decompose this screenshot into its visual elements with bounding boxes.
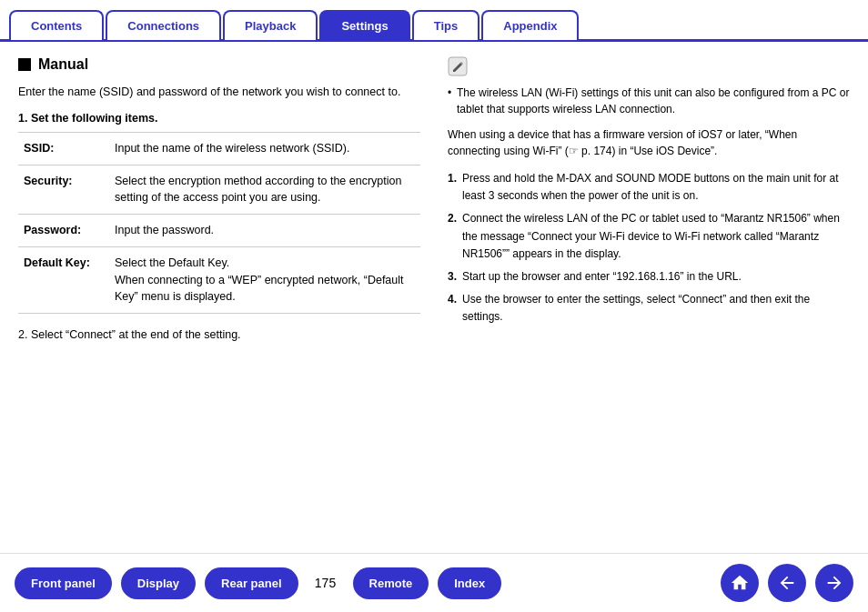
table-value: Input the name of the wireless network (…: [109, 132, 420, 165]
bottom-bar: Front panel Display Rear panel 175 Remot…: [0, 553, 868, 612]
step-text: Use the browser to enter the settings, s…: [462, 293, 810, 323]
main-content: Manual Enter the name (SSID) and passwor…: [0, 42, 868, 553]
tab-appendix[interactable]: Appendix: [481, 10, 579, 40]
note-bullet: The wireless LAN (Wi-Fi) settings of thi…: [448, 85, 850, 117]
tab-connections[interactable]: Connections: [106, 10, 221, 40]
forward-button[interactable]: [815, 564, 853, 602]
table-row: SSID:Input the name of the wireless netw…: [18, 132, 420, 165]
section-title: Manual: [18, 56, 420, 73]
step-number: 3.: [448, 268, 457, 286]
table-key: Password:: [18, 215, 109, 247]
tab-playback[interactable]: Playback: [223, 10, 318, 40]
left-column: Manual Enter the name (SSID) and passwor…: [18, 56, 420, 544]
top-nav: Contents Connections Playback Settings T…: [0, 0, 868, 42]
display-button[interactable]: Display: [121, 567, 196, 599]
right-column: The wireless LAN (Wi-Fi) settings of thi…: [448, 56, 850, 544]
tab-contents[interactable]: Contents: [9, 10, 104, 40]
rear-panel-button[interactable]: Rear panel: [205, 567, 298, 599]
step-number: 4.: [448, 291, 457, 308]
table-row: Security:Select the encryption method ac…: [18, 165, 420, 215]
tab-settings[interactable]: Settings: [319, 10, 409, 40]
table-value: Select the encryption method according t…: [109, 165, 420, 215]
step-number: 2.: [448, 210, 457, 227]
page-number: 175: [308, 576, 344, 590]
table-key: Default Key:: [18, 246, 109, 313]
right-steps: 1.Press and hold the M-DAX and SOUND MOD…: [448, 170, 850, 326]
table-key: SSID:: [18, 132, 109, 165]
note-paragraph: When using a device that has a firmware …: [448, 126, 850, 159]
section-title-text: Manual: [38, 56, 88, 73]
step-text: Connect the wireless LAN of the PC or ta…: [462, 212, 840, 259]
home-button[interactable]: [721, 564, 759, 602]
right-step: 3.Start up the browser and enter “192.16…: [448, 268, 850, 286]
index-button[interactable]: Index: [438, 567, 501, 599]
step1-label: 1. Set the following items.: [18, 112, 420, 125]
tab-tips[interactable]: Tips: [412, 10, 480, 40]
right-step: 2.Connect the wireless LAN of the PC or …: [448, 210, 850, 263]
table-key: Security:: [18, 165, 109, 215]
step-text: Press and hold the M-DAX and SOUND MODE …: [462, 172, 839, 202]
step2-text: 2. Select “Connect” at the end of the se…: [18, 326, 420, 344]
step-text: Start up the browser and enter “192.168.…: [462, 270, 742, 283]
table-row: Default Key:Select the Default Key. When…: [18, 246, 420, 313]
settings-table: SSID:Input the name of the wireless netw…: [18, 132, 420, 314]
table-row: Password:Input the password.: [18, 215, 420, 247]
right-step: 4.Use the browser to enter the settings,…: [448, 291, 850, 326]
right-step: 1.Press and hold the M-DAX and SOUND MOD…: [448, 170, 850, 205]
table-value: Input the password.: [109, 215, 420, 247]
front-panel-button[interactable]: Front panel: [15, 567, 112, 599]
table-value: Select the Default Key. When connecting …: [109, 246, 420, 313]
step-number: 1.: [448, 170, 457, 187]
title-square-icon: [18, 58, 31, 71]
remote-button[interactable]: Remote: [353, 567, 429, 599]
intro-text: Enter the name (SSID) and password of th…: [18, 84, 420, 101]
pencil-icon: [448, 56, 850, 79]
back-button[interactable]: [768, 564, 806, 602]
